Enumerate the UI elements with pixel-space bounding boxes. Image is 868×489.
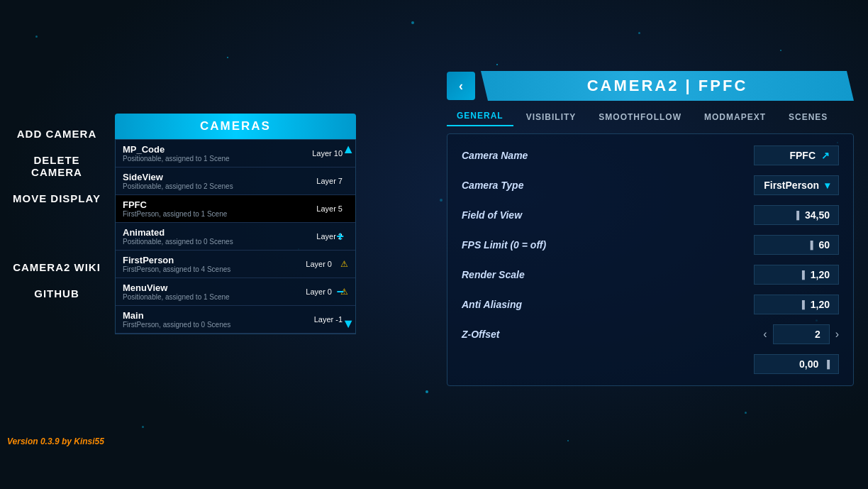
star-12 [440, 199, 443, 202]
minus-icon[interactable]: − [336, 285, 344, 298]
title-bar: ‹ CAMERA2 | FPFC [447, 71, 854, 101]
prop-label-anti-aliasing: Anti Aliasing [462, 299, 575, 310]
scroll-down-arrow[interactable]: ▼ [342, 317, 355, 331]
warning-icon-firstperson: ⚠ [340, 259, 348, 269]
star-7 [142, 426, 144, 428]
prop-anti-aliasing: Anti Aliasing ▐ 1,20 [462, 295, 839, 314]
camera-item-sideview[interactable]: SideView Positionable, assigned to 2 Sce… [116, 167, 355, 195]
panel-title: CAMERA2 | FPFC [481, 71, 854, 101]
fov-value[interactable]: ▐ 34,50 [754, 205, 839, 225]
version-label: Version 0.3.9 by Kinsi55 [7, 436, 104, 446]
tab-general[interactable]: GENERAL [447, 106, 513, 126]
prop-fov: Field of View ▐ 34,50 [462, 205, 839, 225]
prop-z-offset: Z-Offset ‹ 2 › [462, 324, 839, 344]
tab-visibility[interactable]: VISIBILITY [516, 108, 586, 126]
prop-camera-type: Camera Type FirstPerson ▾ [462, 175, 839, 195]
plus-icon[interactable]: + [336, 230, 344, 243]
star-1 [35, 35, 38, 38]
fps-limit-value[interactable]: ▐ 60 [754, 235, 839, 255]
tab-smoothfollow[interactable]: SMOOTHFOLLOW [589, 108, 691, 126]
prop-label-fov: Field of View [462, 209, 575, 221]
properties-panel: Camera Name FPFC ↗ Camera Type FirstPers… [447, 133, 854, 386]
z-offset-nav: ‹ 2 › [763, 324, 839, 344]
back-button[interactable]: ‹ [447, 72, 475, 100]
fps-slider-indicator: ▐ [808, 241, 813, 249]
tabs-container: GENERAL VISIBILITY SMOOTHFOLLOW MODMAPEX… [447, 106, 854, 126]
right-panel: ‹ CAMERA2 | FPFC GENERAL VISIBILITY SMOO… [447, 71, 854, 386]
star-10 [745, 412, 747, 414]
z-offset-right-arrow[interactable]: › [835, 328, 839, 341]
camera-type-value[interactable]: FirstPerson ▾ [754, 175, 839, 195]
prop-label-render-scale: Render Scale [462, 269, 575, 280]
anti-aliasing-value[interactable]: ▐ 1,20 [754, 295, 839, 314]
prop-label-camera-name: Camera Name [462, 150, 575, 161]
camera-name-value[interactable]: FPFC ↗ [754, 145, 839, 165]
star-9 [567, 440, 569, 441]
star-8 [425, 390, 428, 393]
camera-item-main[interactable]: Main FirstPerson, assigned to 0 Scenes L… [116, 306, 355, 334]
delete-camera-button[interactable]: DELETE CAMERA [2, 147, 112, 185]
camera-item-animated[interactable]: Animated Positionable, assigned to 0 Sce… [116, 223, 355, 251]
camera-item-mp-code[interactable]: MP_Code Positionable, assigned to 1 Scen… [116, 140, 355, 167]
camera-item-firstperson[interactable]: FirstPerson FirstPerson, assigned to 4 S… [116, 251, 355, 278]
sidebar: ADD CAMERA DELETE CAMERA MOVE DISPLAY CA… [0, 114, 113, 307]
add-camera-button[interactable]: ADD CAMERA [2, 121, 112, 147]
bottom-value-row: 0,00 ▐ [462, 354, 839, 374]
github-button[interactable]: GITHUB [2, 280, 112, 307]
star-4 [496, 64, 498, 65]
prop-label-z-offset: Z-Offset [462, 329, 575, 340]
tab-modmapext[interactable]: MODMAPEXT [694, 108, 776, 126]
prop-label-fps-limit: FPS Limit (0 = off) [462, 239, 575, 251]
camera-item-menuview[interactable]: MenuView Positionable, assigned to 1 Sce… [116, 278, 355, 306]
anti-aliasing-slider-indicator: ▐ [799, 300, 805, 309]
fov-slider-indicator: ▐ [794, 211, 799, 219]
z-offset-value[interactable]: 2 [773, 324, 830, 344]
move-display-button[interactable]: MOVE DISPLAY [2, 185, 112, 211]
prop-camera-name: Camera Name FPFC ↗ [462, 145, 839, 165]
bottom-slider-indicator: ▐ [824, 360, 830, 368]
prop-fps-limit: FPS Limit (0 = off) ▐ 60 [462, 235, 839, 255]
prop-label-camera-type: Camera Type [462, 180, 575, 191]
scroll-up-arrow[interactable]: ▲ [342, 142, 355, 157]
render-scale-slider-indicator: ▐ [799, 270, 805, 279]
edit-icon[interactable]: ↗ [821, 150, 830, 161]
star-6 [780, 50, 781, 51]
prop-render-scale: Render Scale ▐ 1,20 [462, 265, 839, 285]
star-3 [411, 21, 414, 24]
star-5 [638, 32, 640, 34]
camera-panel: Cameras MP_Code Positionable, assigned t… [115, 114, 356, 334]
bottom-value[interactable]: 0,00 ▐ [754, 354, 839, 374]
star-2 [227, 57, 228, 58]
z-offset-left-arrow[interactable]: ‹ [763, 328, 767, 341]
camera-list: MP_Code Positionable, assigned to 1 Scen… [115, 139, 356, 334]
render-scale-value[interactable]: ▐ 1,20 [754, 265, 839, 285]
camera-list-wrapper: MP_Code Positionable, assigned to 1 Scen… [115, 139, 356, 334]
camera2-wiki-button[interactable]: CAMERA2 WIKI [2, 254, 112, 280]
camera-item-fpfc[interactable]: FPFC FirstPerson, assigned to 1 Scene La… [116, 195, 355, 223]
dropdown-icon[interactable]: ▾ [825, 180, 830, 191]
tab-scenes[interactable]: SCENES [779, 108, 838, 126]
cameras-header: Cameras [115, 114, 356, 139]
